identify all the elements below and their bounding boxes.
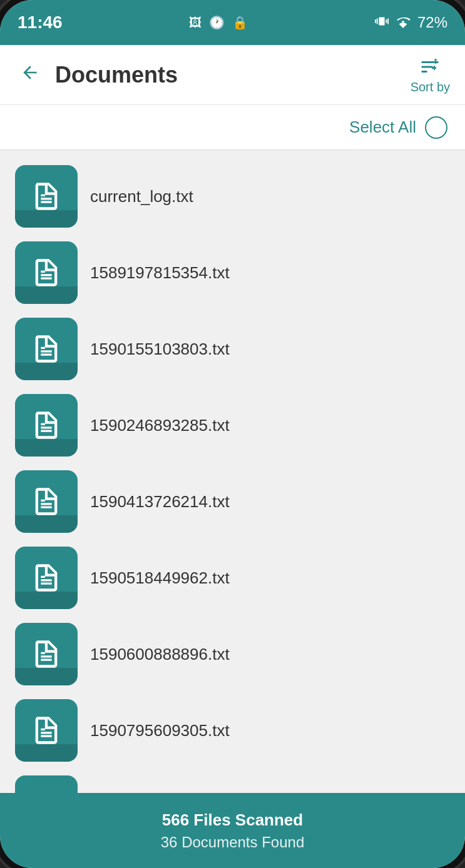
files-scanned-count: 566 Files Scanned (162, 810, 303, 830)
lock-icon: 🔒 (232, 15, 248, 30)
select-all-checkbox[interactable] (425, 116, 447, 139)
vibrate-icon (375, 14, 389, 31)
file-icon (15, 699, 78, 762)
battery-text: 72% (417, 14, 447, 31)
nav-left: Documents (15, 57, 178, 93)
file-name: 1589197815354.txt (90, 263, 230, 283)
file-name: 1590795609305.txt (90, 721, 230, 740)
select-all-label: Select All (349, 118, 416, 137)
docs-found-count: 36 Documents Found (161, 834, 304, 851)
file-list: current_log.txt 1589197815354.txt 159015… (0, 150, 465, 793)
file-icon (15, 318, 78, 380)
file-icon (15, 547, 78, 609)
status-right: 72% (375, 14, 447, 31)
file-name: 1590518449962.txt (90, 568, 230, 588)
phone-frame: 11:46 🖼 🕐 🔒 72% (0, 0, 465, 868)
status-bar: 11:46 🖼 🕐 🔒 72% (0, 0, 465, 45)
list-item[interactable]: 1590795609305.txt (15, 694, 450, 767)
photo-icon: 🖼 (189, 16, 202, 30)
list-item[interactable]: 1590155103803.txt (15, 313, 450, 385)
wifi-icon (395, 14, 411, 31)
list-item[interactable]: 1590518449962.txt (15, 542, 450, 614)
list-item[interactable]: current_log.txt (15, 160, 450, 233)
list-item[interactable]: 1590413726214.txt (15, 465, 450, 538)
select-all-row: Select All (0, 105, 465, 150)
file-icon (15, 775, 78, 793)
status-time: 11:46 (18, 13, 63, 33)
list-item[interactable]: 1590246893285.txt (15, 389, 450, 462)
file-icon (15, 394, 78, 457)
sort-label: Sort by (411, 80, 450, 94)
file-icon (15, 470, 78, 533)
file-name: 1590600888896.txt (90, 645, 230, 664)
list-item[interactable]: 1589197815354.txt (15, 236, 450, 309)
status-icons: 🖼 🕐 🔒 (189, 15, 248, 30)
file-icon (15, 165, 78, 228)
file-icon (15, 241, 78, 304)
sort-icon (419, 56, 441, 78)
back-button[interactable] (15, 57, 45, 93)
list-item[interactable]: 1591132522891.txt (15, 770, 450, 793)
page-title: Documents (55, 62, 178, 88)
nav-bar: Documents Sort by (0, 45, 465, 105)
file-name: 1590246893285.txt (90, 416, 230, 435)
file-name: current_log.txt (90, 187, 193, 206)
file-icon (15, 623, 78, 685)
bottom-bar: 566 Files Scanned 36 Documents Found (0, 793, 465, 868)
clock-icon: 🕐 (209, 15, 225, 30)
sort-button[interactable]: Sort by (411, 56, 450, 94)
file-name: 1590413726214.txt (90, 492, 230, 512)
file-name: 1590155103803.txt (90, 340, 230, 359)
list-item[interactable]: 1590600888896.txt (15, 618, 450, 690)
